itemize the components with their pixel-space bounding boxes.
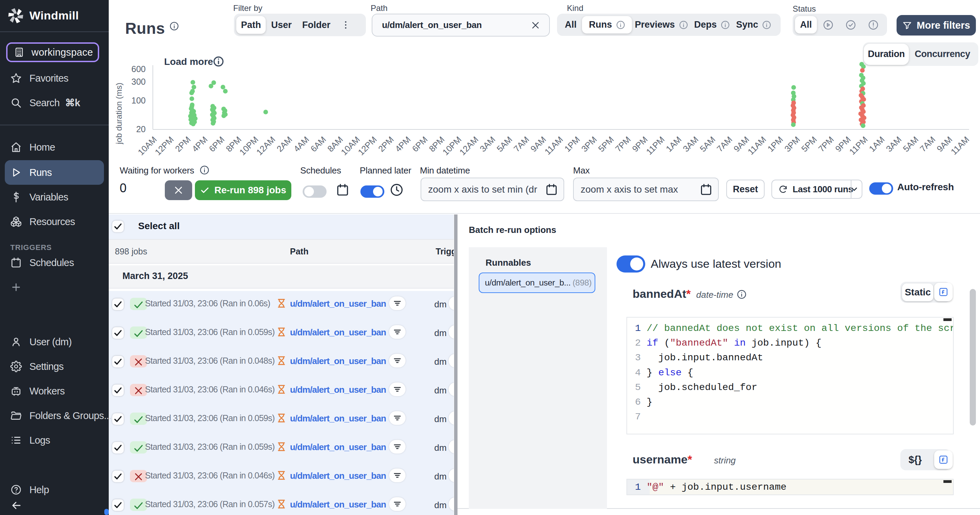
svg-text:11AM: 11AM bbox=[542, 135, 565, 157]
svg-text:600: 600 bbox=[131, 64, 146, 74]
svg-text:Load more: Load more bbox=[164, 56, 213, 67]
svg-text:7PM: 7PM bbox=[613, 135, 632, 154]
svg-text:1AM: 1AM bbox=[867, 135, 886, 154]
svg-text:4PM: 4PM bbox=[393, 135, 412, 154]
svg-text:5AM: 5AM bbox=[901, 135, 920, 154]
svg-text:12AM: 12AM bbox=[255, 135, 277, 157]
svg-text:11AM: 11AM bbox=[746, 135, 768, 157]
svg-text:10PM: 10PM bbox=[238, 135, 260, 157]
svg-text:12PM: 12PM bbox=[153, 135, 175, 157]
svg-text:4AM: 4AM bbox=[292, 135, 311, 154]
svg-text:2AM: 2AM bbox=[275, 135, 294, 154]
svg-text:12AM: 12AM bbox=[458, 135, 480, 157]
svg-text:20: 20 bbox=[136, 124, 146, 134]
svg-text:7AM: 7AM bbox=[715, 135, 734, 154]
svg-text:2PM: 2PM bbox=[376, 135, 395, 154]
svg-text:1AM: 1AM bbox=[664, 135, 683, 154]
svg-text:1PM: 1PM bbox=[563, 135, 582, 154]
svg-text:3AM: 3AM bbox=[681, 135, 700, 154]
svg-text:10AM: 10AM bbox=[339, 135, 362, 157]
svg-text:3AM: 3AM bbox=[884, 135, 903, 154]
svg-text:11AM: 11AM bbox=[949, 135, 971, 157]
svg-text:5AM: 5AM bbox=[495, 135, 514, 154]
svg-text:5PM: 5PM bbox=[597, 135, 616, 154]
svg-text:100: 100 bbox=[131, 96, 146, 105]
svg-text:10AM: 10AM bbox=[136, 135, 159, 157]
svg-text:300: 300 bbox=[131, 77, 146, 86]
svg-text:4PM: 4PM bbox=[190, 135, 209, 154]
svg-text:6AM: 6AM bbox=[309, 135, 328, 154]
svg-text:12PM: 12PM bbox=[356, 135, 379, 157]
svg-text:7AM: 7AM bbox=[918, 135, 937, 154]
svg-text:5PM: 5PM bbox=[799, 135, 819, 154]
svg-text:3PM: 3PM bbox=[579, 135, 598, 154]
svg-text:10PM: 10PM bbox=[441, 135, 463, 157]
svg-text:job duration (ms): job duration (ms) bbox=[114, 82, 123, 144]
svg-text:6PM: 6PM bbox=[410, 135, 429, 154]
svg-text:7AM: 7AM bbox=[512, 135, 531, 154]
svg-text:7PM: 7PM bbox=[816, 135, 835, 154]
svg-text:1PM: 1PM bbox=[765, 135, 785, 154]
svg-text:3AM: 3AM bbox=[478, 135, 497, 154]
svg-text:11PM: 11PM bbox=[644, 135, 667, 157]
svg-text:2PM: 2PM bbox=[173, 135, 192, 154]
svg-text:11PM: 11PM bbox=[847, 135, 870, 157]
svg-text:6PM: 6PM bbox=[207, 135, 226, 154]
svg-text:5AM: 5AM bbox=[698, 135, 717, 154]
svg-text:3PM: 3PM bbox=[782, 135, 802, 154]
